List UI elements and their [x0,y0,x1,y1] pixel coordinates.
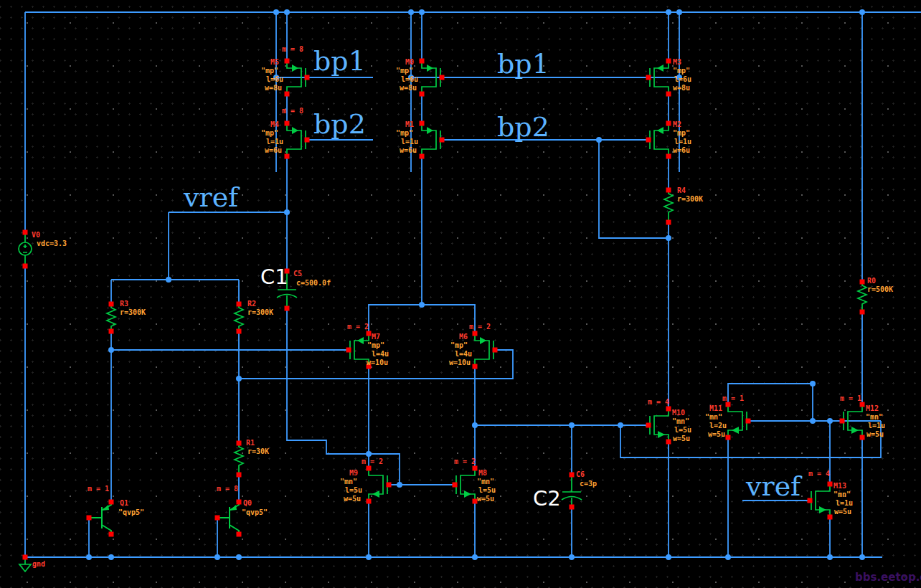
r0-val[interactable]: r=500K [867,286,893,293]
resistor-R4[interactable] [664,190,673,222]
m2-name[interactable]: M2 [673,121,681,128]
m4-name[interactable]: M4 [270,121,279,128]
m6-model[interactable]: "mp" [450,342,468,349]
m0-w[interactable]: w=8u [400,85,417,92]
nmos-M11[interactable] [728,404,748,437]
m7-mfac[interactable]: m = 2 [347,323,369,331]
m9-model[interactable]: "mn" [340,478,357,485]
wire-net-bp1-bp2[interactable] [276,77,679,238]
m11-l[interactable]: l=2u [709,422,727,430]
m10-model[interactable]: "mn" [672,418,689,425]
m9-mfac[interactable]: m = 2 [362,458,383,465]
m7-l[interactable]: l=4u [372,351,389,358]
m4-mfac[interactable]: m = 8 [282,108,303,115]
resistor-R3[interactable] [107,304,115,331]
m8-w[interactable]: w=5u [477,495,494,503]
q1-model[interactable]: "qvp5" [118,509,144,516]
net-bp2-left[interactable]: bp2 [313,110,366,138]
v0-val[interactable]: vdc=3.3 [37,240,67,247]
net-bp2-mid[interactable]: bp2 [497,113,549,141]
r3-val[interactable]: r=300K [120,309,146,316]
m10-mfac[interactable]: m = 4 [648,399,669,406]
m5-mfac[interactable]: m = 8 [282,46,303,53]
pmos-M4[interactable] [287,123,307,156]
m4-l[interactable]: l=1u [266,138,283,146]
m12-mfac[interactable]: m = 1 [840,395,861,402]
nmos-M8[interactable] [455,468,475,501]
q0-name[interactable]: Q0 [243,500,252,507]
m7-name[interactable]: M7 [372,333,380,341]
resistor-R1[interactable] [235,443,243,475]
m5-model[interactable]: "mp" [261,67,278,75]
r4-val[interactable]: r=300K [677,196,703,203]
r2-name[interactable]: R2 [247,300,256,308]
m3-name[interactable]: M3 [673,59,681,66]
m8-l[interactable]: l=5u [478,487,496,494]
m6-mfac[interactable]: m = 2 [469,323,491,331]
r2-val[interactable]: r=300K [247,309,273,316]
m13-model[interactable]: "mn" [833,491,851,498]
r0-name[interactable]: R0 [867,278,876,285]
r1-name[interactable]: R1 [246,440,255,447]
nmos-M9[interactable] [369,468,389,501]
m7-model[interactable]: "mp" [367,342,384,349]
wire-left-columns[interactable] [276,12,400,485]
nmos-M13[interactable] [810,484,830,517]
m8-mfac[interactable]: m = 2 [454,458,476,465]
m12-w[interactable]: w=5u [866,431,884,438]
m6-name[interactable]: M6 [459,333,468,341]
m0-l[interactable]: l=6u [401,76,418,83]
m4-w[interactable]: w=6u [265,147,282,154]
m1-l[interactable]: l=1u [401,138,418,146]
m5-w[interactable]: w=8u [265,85,282,92]
pmos-M2[interactable] [648,123,669,156]
m10-l[interactable]: l=5u [674,427,691,434]
r3-name[interactable]: R3 [120,300,128,308]
m5-l[interactable]: l=6u [266,76,283,83]
m9-name[interactable]: M9 [349,470,358,477]
m4-model[interactable]: "mp" [261,130,278,137]
m13-l[interactable]: l=1u [836,500,853,507]
m9-w[interactable]: w=5u [344,495,361,503]
resistor-R0[interactable] [858,282,866,312]
m11-name[interactable]: M11 [709,405,722,412]
m3-model[interactable]: "mp" [673,67,690,75]
pmos-M1[interactable] [422,123,442,156]
net-bp1-left[interactable]: bp1 [313,47,366,75]
m2-model[interactable]: "mp" [673,130,690,137]
m9-l[interactable]: l=5u [345,487,362,494]
m8-name[interactable]: M8 [478,470,487,477]
annotation-c2[interactable]: C2 [533,488,561,509]
pnp-Q0[interactable] [217,502,239,534]
m12-name[interactable]: M12 [866,405,879,412]
net-bp1-mid[interactable]: bp1 [497,50,549,77]
m0-name[interactable]: M0 [405,59,414,66]
m1-w[interactable]: w=6u [400,147,417,154]
m12-l[interactable]: l=1u [868,422,885,430]
m13-name[interactable]: M13 [833,483,846,490]
m2-w[interactable]: w=6u [673,147,690,154]
m5-name[interactable]: M5 [270,59,279,66]
pmos-M6[interactable] [475,333,495,366]
net-vref-left[interactable]: vref [184,184,238,211]
m7-w[interactable]: w=10u [367,359,388,366]
v0-name[interactable]: V0 [32,232,40,239]
m6-l[interactable]: l=4u [455,351,472,358]
m10-w[interactable]: w=5u [673,435,690,442]
m1-model[interactable]: "mp" [396,130,413,137]
c5-val[interactable]: c=500.0f [296,280,331,287]
q1-mfac[interactable]: m = 1 [88,485,109,493]
pnp-Q1[interactable] [89,502,111,534]
c5-name[interactable]: C5 [293,270,302,278]
q0-mfac[interactable]: m = 8 [217,485,238,493]
annotation-c1[interactable]: C1 [260,267,288,288]
m11-mfac[interactable]: m = 1 [722,395,744,402]
m2-l[interactable]: l=1u [674,138,691,146]
m11-w[interactable]: w=5u [708,431,725,438]
c6-val[interactable]: c=3p [580,480,597,488]
m8-model[interactable]: "mn" [477,478,494,485]
m13-mfac[interactable]: m = 4 [808,470,830,478]
schematic-canvas[interactable]: m = 8M5"mp"l=6uw=8um = 8M4"mp"l=1uw=6uM0… [0,0,921,588]
m13-w[interactable]: w=5u [834,508,851,516]
capacitor-C6[interactable] [562,475,582,507]
